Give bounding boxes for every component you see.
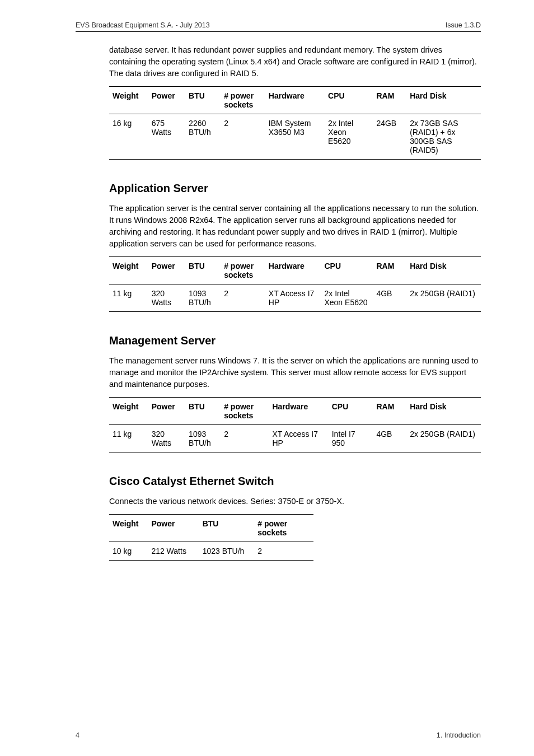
intro-paragraph: database server. It has redundant power … — [109, 44, 481, 80]
cell-power: 320 Watts — [148, 425, 185, 452]
cell-weight: 11 kg — [109, 425, 148, 452]
col-ram: RAM — [373, 398, 406, 425]
table-header-row: Weight Power BTU # power sockets Hardwar… — [109, 398, 481, 425]
col-weight: Weight — [109, 257, 148, 284]
col-hardware: Hardware — [265, 87, 325, 114]
database-server-table: Weight Power BTU # power sockets Hardwar… — [109, 86, 481, 160]
col-cpu: CPU — [321, 257, 373, 284]
cell-weight: 11 kg — [109, 284, 148, 312]
col-btu: BTU — [185, 257, 221, 284]
cell-hardware: IBM System X3650 M3 — [265, 114, 325, 160]
col-btu: BTU — [199, 515, 255, 542]
header-right: Issue 1.3.D — [446, 21, 481, 29]
application-server-table: Weight Power BTU # power sockets Hardwar… — [109, 256, 481, 312]
col-power: Power — [148, 398, 185, 425]
cell-cpu: 2x Intel Xeon E5620 — [321, 284, 373, 312]
table-row: 11 kg 320 Watts 1093 BTU/h 2 XT Access I… — [109, 425, 481, 452]
cisco-switch-table: Weight Power BTU # power sockets 10 kg 2… — [109, 514, 313, 561]
footer-page-number: 4 — [76, 731, 79, 739]
management-server-table: Weight Power BTU # power sockets Hardwar… — [109, 397, 481, 452]
table-row: 10 kg 212 Watts 1023 BTU/h 2 — [109, 542, 313, 561]
header-left: EVS Broadcast Equipment S.A. - July 2013 — [76, 21, 210, 29]
page-header: EVS Broadcast Equipment S.A. - July 2013… — [76, 21, 481, 29]
col-power: Power — [148, 257, 185, 284]
application-server-paragraph: The application server is the central se… — [109, 203, 481, 250]
cell-cpu: 2x Intel Xeon E5620 — [325, 114, 373, 160]
cell-power-sockets: 2 — [221, 425, 269, 452]
cell-btu: 1093 BTU/h — [185, 284, 221, 312]
col-power-sockets: # power sockets — [221, 257, 265, 284]
col-hard-disk: Hard Disk — [406, 257, 481, 284]
col-cpu: CPU — [325, 87, 373, 114]
cell-power-sockets: 2 — [254, 542, 313, 561]
cell-ram: 4GB — [373, 425, 406, 452]
col-weight: Weight — [109, 87, 148, 114]
cell-btu: 2260 BTU/h — [185, 114, 221, 160]
col-btu: BTU — [185, 398, 221, 425]
cell-hardware: XT Access I7 HP — [269, 425, 329, 452]
page-footer: 4 1. Introduction — [76, 731, 481, 739]
footer-section: 1. Introduction — [437, 731, 481, 739]
cell-power-sockets: 2 — [221, 114, 265, 160]
cell-hard-disk: 2x 250GB (RAID1) — [406, 284, 481, 312]
cell-ram: 4GB — [373, 284, 406, 312]
col-ram: RAM — [373, 87, 406, 114]
table-header-row: Weight Power BTU # power sockets Hardwar… — [109, 257, 481, 284]
col-weight: Weight — [109, 398, 148, 425]
cell-btu: 1093 BTU/h — [185, 425, 221, 452]
header-rule — [76, 31, 481, 32]
col-btu: BTU — [185, 87, 221, 114]
table-row: 11 kg 320 Watts 1093 BTU/h 2 XT Access I… — [109, 284, 481, 312]
cell-power: 212 Watts — [148, 542, 199, 561]
col-hard-disk: Hard Disk — [406, 87, 481, 114]
col-cpu: CPU — [329, 398, 373, 425]
col-power: Power — [148, 87, 185, 114]
col-hardware: Hardware — [265, 257, 321, 284]
cisco-switch-heading: Cisco Catalyst Ethernet Switch — [109, 475, 481, 488]
col-weight: Weight — [109, 515, 148, 542]
table-header-row: Weight Power BTU # power sockets Hardwar… — [109, 87, 481, 114]
cell-power-sockets: 2 — [221, 284, 265, 312]
cell-cpu: Intel I7 950 — [329, 425, 373, 452]
col-power: Power — [148, 515, 199, 542]
col-hard-disk: Hard Disk — [406, 398, 481, 425]
col-hardware: Hardware — [269, 398, 329, 425]
cell-weight: 16 kg — [109, 114, 148, 160]
cell-weight: 10 kg — [109, 542, 148, 561]
cisco-switch-paragraph: Connects the various network devices. Se… — [109, 496, 481, 507]
table-row: 16 kg 675 Watts 2260 BTU/h 2 IBM System … — [109, 114, 481, 160]
application-server-heading: Application Server — [109, 182, 481, 195]
cell-power: 675 Watts — [148, 114, 185, 160]
cell-ram: 24GB — [373, 114, 406, 160]
management-server-paragraph: The management server runs Windows 7. It… — [109, 355, 481, 390]
col-power-sockets: # power sockets — [254, 515, 313, 542]
cell-btu: 1023 BTU/h — [199, 542, 255, 561]
cell-hard-disk: 2x 250GB (RAID1) — [406, 425, 481, 452]
table-header-row: Weight Power BTU # power sockets — [109, 515, 313, 542]
management-server-heading: Management Server — [109, 334, 481, 347]
cell-hard-disk: 2x 73GB SAS (RAID1) + 6x 300GB SAS (RAID… — [406, 114, 481, 160]
cell-power: 320 Watts — [148, 284, 185, 312]
col-ram: RAM — [373, 257, 406, 284]
cell-hardware: XT Access I7 HP — [265, 284, 321, 312]
col-power-sockets: # power sockets — [221, 398, 269, 425]
col-power-sockets: # power sockets — [221, 87, 265, 114]
